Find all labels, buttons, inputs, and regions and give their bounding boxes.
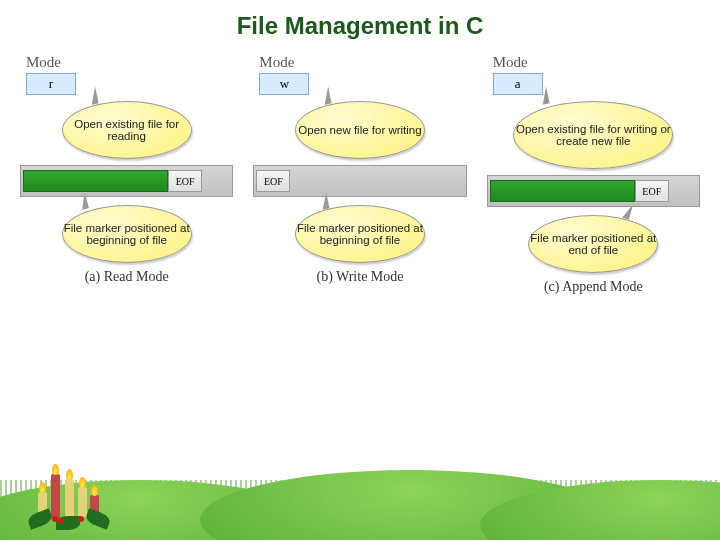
open-description-callout: Open existing file for reading — [62, 101, 192, 159]
file-content-block — [23, 170, 168, 192]
file-bar: EOF — [487, 175, 700, 207]
callout-tail-icon — [322, 88, 331, 105]
holly-icon — [28, 510, 114, 528]
marker-description-text: File marker positioned at beginning of f… — [296, 222, 424, 246]
slide-title: File Management in C — [0, 0, 720, 44]
column-append-mode: Mode a Open existing file for writing or… — [487, 54, 700, 295]
open-description-callout: Open new file for writing — [295, 101, 425, 159]
mode-char-box: r — [26, 73, 76, 95]
marker-description-text: File marker positioned at end of file — [529, 232, 657, 256]
marker-description-text: File marker positioned at beginning of f… — [63, 222, 191, 246]
diagram-row: Mode r Open existing file for reading EO… — [0, 44, 720, 295]
file-bar: EOF — [253, 165, 466, 197]
file-content-block — [490, 180, 635, 202]
open-description-text: Open existing file for reading — [63, 118, 191, 142]
open-description-text: Open existing file for writing or create… — [514, 123, 672, 147]
mode-label: Mode — [259, 54, 466, 71]
footer-decoration — [0, 460, 720, 540]
callout-tail-icon — [541, 88, 550, 105]
callout-tail-icon — [623, 203, 633, 219]
marker-description-callout: File marker positioned at beginning of f… — [295, 205, 425, 263]
column-caption: (c) Append Mode — [487, 279, 700, 295]
eof-block: EOF — [635, 180, 669, 202]
column-write-mode: Mode w Open new file for writing EOF Fil… — [253, 54, 466, 295]
marker-description-callout: File marker positioned at beginning of f… — [62, 205, 192, 263]
callout-tail-icon — [89, 88, 98, 105]
column-read-mode: Mode r Open existing file for reading EO… — [20, 54, 233, 295]
column-caption: (b) Write Mode — [253, 269, 466, 285]
eof-block: EOF — [168, 170, 202, 192]
mode-char-box: w — [259, 73, 309, 95]
file-bar: EOF — [20, 165, 233, 197]
mode-char-box: a — [493, 73, 543, 95]
marker-description-callout: File marker positioned at end of file — [528, 215, 658, 273]
mode-label: Mode — [493, 54, 700, 71]
open-description-callout: Open existing file for writing or create… — [513, 101, 673, 169]
mode-label: Mode — [26, 54, 233, 71]
column-caption: (a) Read Mode — [20, 269, 233, 285]
open-description-text: Open new file for writing — [298, 124, 421, 136]
eof-block: EOF — [256, 170, 290, 192]
